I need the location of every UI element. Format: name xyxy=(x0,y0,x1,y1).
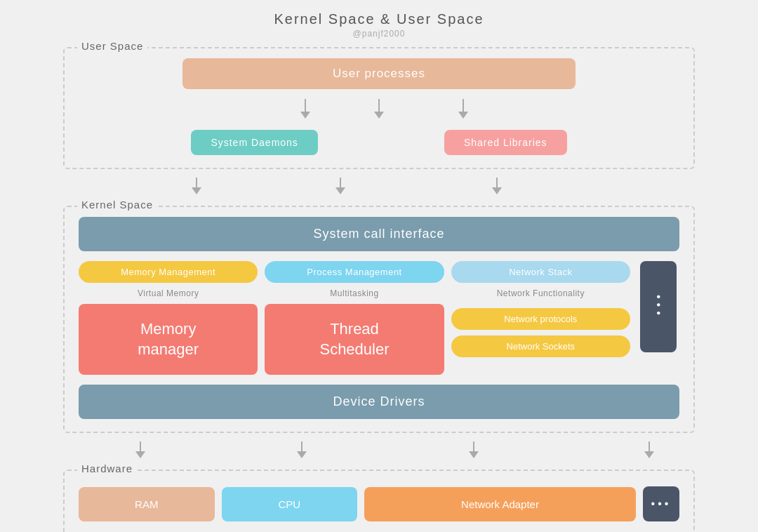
page-subtitle: @panjf2000 xyxy=(353,29,406,39)
system-daemons-box: System Daemons xyxy=(191,130,317,155)
main-diagram: User Space User processes System Daemons… xyxy=(63,47,695,532)
hardware-network-adapter: Network Adapter xyxy=(364,487,636,521)
hardware-section: Hardware RAM CPU Network Adapter ••• xyxy=(63,470,695,532)
user-space-section: User Space User processes System Daemons… xyxy=(63,47,695,169)
kernel-space-label: Kernel Space xyxy=(77,199,157,211)
svg-marker-15 xyxy=(297,451,307,458)
multitasking-sublabel: Multitasking xyxy=(330,288,378,298)
user-arrows-svg xyxy=(182,99,576,120)
process-management-tag: Process Management xyxy=(265,261,444,283)
between-arrows-svg-1 xyxy=(77,178,681,197)
svg-marker-1 xyxy=(300,112,310,119)
hardware-more: ••• xyxy=(643,486,679,521)
shared-libraries-box: Shared Libraries xyxy=(444,130,567,155)
user-space-content: User processes System Daemons Shared Lib… xyxy=(79,58,679,155)
network-sockets-box: Network Sockets xyxy=(451,335,630,357)
kernel-columns: Memory Management Virtual Memory Memorym… xyxy=(79,261,679,375)
hardware-content: RAM CPU Network Adapter ••• xyxy=(79,481,679,521)
memory-manager-box: Memorymanager xyxy=(79,304,258,375)
svg-marker-13 xyxy=(135,451,145,458)
svg-marker-19 xyxy=(644,451,654,458)
user-children-row: System Daemons Shared Libraries xyxy=(191,130,566,155)
svg-marker-7 xyxy=(192,187,201,194)
user-processes-box: User processes xyxy=(182,58,576,89)
network-stack-tag: Network Stack xyxy=(451,261,630,283)
network-protocols-box: Network protocols xyxy=(451,308,630,330)
page-title: Kernel Space & User Space xyxy=(274,11,484,27)
kernel-col-network: Network Stack Network Functionality Netw… xyxy=(451,261,630,357)
svg-marker-9 xyxy=(335,187,345,194)
kernel-more-box: ••• xyxy=(640,261,677,352)
kernel-space-section: Kernel Space System call interface Memor… xyxy=(63,206,695,433)
between-arrows-svg-2 xyxy=(77,441,681,461)
device-drivers-bar: Device Drivers xyxy=(79,385,679,419)
kernel-col-memory: Memory Management Virtual Memory Memorym… xyxy=(79,261,258,375)
virtual-memory-sublabel: Virtual Memory xyxy=(138,288,199,298)
hardware-more-dots: ••• xyxy=(651,498,672,510)
syscall-interface-bar: System call interface xyxy=(79,217,679,251)
kernel-col-more: ••• xyxy=(637,261,679,352)
svg-marker-3 xyxy=(374,112,384,119)
svg-marker-5 xyxy=(458,112,468,119)
memory-management-tag: Memory Management xyxy=(79,261,258,283)
thread-scheduler-box: ThreadScheduler xyxy=(265,304,444,375)
kernel-more-dots: ••• xyxy=(652,295,665,319)
kernel-col-process: Process Management Multitasking ThreadSc… xyxy=(265,261,444,375)
hardware-label: Hardware xyxy=(77,463,137,474)
svg-marker-11 xyxy=(492,187,502,194)
user-space-label: User Space xyxy=(77,40,147,52)
network-functionality-sublabel: Network Functionality xyxy=(497,288,585,298)
inter-section-arrows-2 xyxy=(77,441,681,461)
hardware-ram: RAM xyxy=(79,487,215,521)
network-items: Network protocols Network Sockets xyxy=(451,308,630,357)
svg-marker-17 xyxy=(469,451,479,458)
inter-section-arrows-1 xyxy=(77,178,681,197)
hardware-cpu: CPU xyxy=(222,487,358,521)
kernel-space-content: System call interface Memory Management … xyxy=(79,217,679,419)
